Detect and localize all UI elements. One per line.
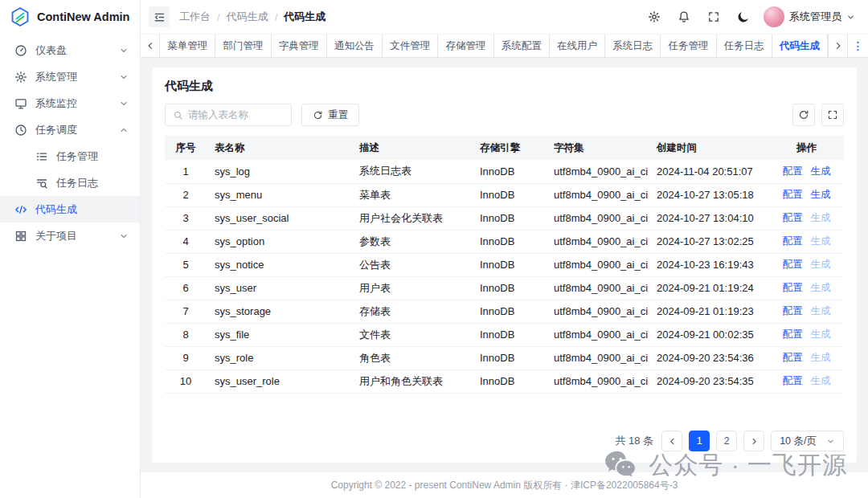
- pagination-pages: 12: [689, 431, 737, 451]
- dashboard-icon: [14, 44, 27, 57]
- reset-button[interactable]: 重置: [301, 104, 359, 126]
- search-icon: [173, 110, 183, 120]
- tab-系统配置[interactable]: 系统配置: [494, 35, 550, 57]
- tables-table: 序号表名称描述存储引擎字符集创建时间操作 1sys_log系统日志表InnoDB…: [165, 136, 844, 394]
- config-link[interactable]: 配置: [783, 282, 803, 293]
- tab-代码生成[interactable]: 代码生成: [772, 35, 828, 57]
- tab-任务日志[interactable]: 任务日志: [717, 35, 772, 57]
- pagination-page-1[interactable]: 1: [689, 431, 710, 451]
- tab-文件管理[interactable]: 文件管理: [383, 35, 438, 57]
- table-row: 3sys_user_social用户社会化关联表InnoDButf8mb4_09…: [165, 206, 844, 230]
- pagination-total: 共 18 条: [615, 434, 653, 448]
- table-name-search[interactable]: [165, 104, 292, 126]
- cell-charset: utf8mb4_0900_ai_ci: [546, 369, 649, 393]
- column-header: 存储引擎: [472, 136, 546, 160]
- cell-created: 2024-11-04 20:51:07: [649, 160, 769, 183]
- config-link[interactable]: 配置: [783, 352, 803, 363]
- cell-actions: 配置生成: [769, 300, 844, 323]
- tab-通知公告[interactable]: 通知公告: [327, 35, 383, 57]
- sidebar-item-task-manage[interactable]: 任务管理: [0, 143, 140, 169]
- tab-部门管理[interactable]: 部门管理: [215, 35, 271, 57]
- tab-字典管理[interactable]: 字典管理: [272, 35, 327, 57]
- generate-link[interactable]: 生成: [811, 189, 831, 200]
- sidebar-item-codegen[interactable]: 代码生成: [0, 196, 140, 222]
- tabs-scroll-right-button[interactable]: [828, 35, 847, 57]
- cell-actions: 配置生成: [769, 323, 844, 346]
- cell-created: 2024-10-27 13:02:25: [649, 230, 769, 253]
- refresh-table-icon[interactable]: [792, 104, 815, 126]
- dark-mode-moon-icon[interactable]: [734, 7, 753, 27]
- generate-link[interactable]: 生成: [811, 375, 831, 386]
- tabs-more-menu-icon[interactable]: ⋮: [847, 35, 868, 57]
- cell-description: 文件表: [351, 323, 472, 346]
- topbar: 工作台/代码生成/代码生成: [141, 0, 868, 34]
- sidebar-item-system[interactable]: 系统管理: [0, 63, 140, 90]
- fullscreen-icon[interactable]: [704, 7, 723, 27]
- sidebar-item-monitor[interactable]: 系统监控: [0, 90, 140, 116]
- sidebar-item-label: 系统监控: [35, 96, 111, 111]
- cell-charset: utf8mb4_0900_ai_ci: [546, 230, 649, 253]
- sidebar-item-dashboard[interactable]: 仪表盘: [0, 37, 140, 63]
- chevron-down-icon: [119, 72, 129, 82]
- page-size-select[interactable]: 10 条/页: [771, 431, 844, 451]
- task-list-icon: [35, 150, 48, 163]
- tab-菜单管理[interactable]: 菜单管理: [160, 35, 215, 57]
- generate-link[interactable]: 生成: [811, 212, 831, 223]
- cell-created: 2024-10-27 13:05:18: [649, 183, 769, 206]
- tab-任务管理[interactable]: 任务管理: [661, 35, 716, 57]
- config-link[interactable]: 配置: [783, 165, 803, 177]
- tab-系统日志[interactable]: 系统日志: [605, 35, 661, 57]
- tab-在线用户[interactable]: 在线用户: [550, 35, 605, 57]
- generate-link[interactable]: 生成: [811, 352, 831, 363]
- config-link[interactable]: 配置: [783, 305, 803, 316]
- cell-no: 9: [165, 346, 207, 369]
- notifications-bell-icon[interactable]: [674, 7, 694, 27]
- column-header: 操作: [769, 136, 844, 160]
- config-link[interactable]: 配置: [783, 259, 803, 270]
- cell-table-name: sys_storage: [207, 300, 351, 323]
- sidebar-item-schedule[interactable]: 任务调度: [0, 116, 140, 143]
- cell-description: 用户表: [351, 276, 472, 300]
- column-header: 表名称: [207, 136, 351, 160]
- chevron-down-icon: [826, 437, 835, 446]
- config-link[interactable]: 配置: [783, 189, 803, 200]
- generate-link[interactable]: 生成: [811, 282, 831, 293]
- breadcrumb: 工作台/代码生成/代码生成: [179, 10, 326, 24]
- cell-engine: InnoDB: [472, 369, 546, 393]
- config-link[interactable]: 配置: [783, 212, 803, 223]
- config-link[interactable]: 配置: [783, 375, 803, 386]
- config-link[interactable]: 配置: [783, 329, 803, 340]
- generate-link[interactable]: 生成: [811, 165, 831, 177]
- reset-label: 重置: [328, 108, 348, 122]
- cell-charset: utf8mb4_0900_ai_ci: [546, 276, 649, 300]
- cell-engine: InnoDB: [472, 346, 546, 369]
- breadcrumb-item[interactable]: 工作台: [179, 10, 211, 24]
- pagination-prev-button[interactable]: [661, 431, 682, 451]
- table-fullscreen-icon[interactable]: [821, 104, 844, 126]
- sidebar-item-label: 代码生成: [35, 202, 129, 217]
- cell-table-name: sys_role: [207, 346, 351, 369]
- settings-icon[interactable]: [645, 7, 664, 27]
- app-title: ContiNew Admin: [37, 10, 129, 23]
- app-logo[interactable]: ContiNew Admin: [0, 0, 140, 34]
- search-input[interactable]: [188, 109, 284, 120]
- config-link[interactable]: 配置: [783, 235, 803, 247]
- codegen-card: 代码生成 重置: [152, 67, 857, 463]
- pagination-page-2[interactable]: 2: [716, 431, 737, 451]
- generate-link[interactable]: 生成: [811, 259, 831, 270]
- generate-link[interactable]: 生成: [811, 305, 831, 316]
- cell-table-name: sys_user: [207, 276, 351, 300]
- tabs-scroll-left-button[interactable]: [141, 35, 160, 57]
- sidebar-item-task-log[interactable]: 任务日志: [0, 169, 140, 196]
- tab-存储管理[interactable]: 存储管理: [438, 35, 493, 57]
- pagination-next-button[interactable]: [743, 431, 764, 451]
- cell-actions: 配置生成: [769, 183, 844, 206]
- generate-link[interactable]: 生成: [811, 329, 831, 340]
- column-header: 字符集: [546, 136, 649, 160]
- generate-link[interactable]: 生成: [811, 235, 831, 247]
- sidebar-collapse-button[interactable]: [149, 6, 170, 27]
- user-menu[interactable]: 系统管理员: [764, 6, 855, 27]
- sidebar-item-label: 仪表盘: [35, 43, 111, 58]
- breadcrumb-item[interactable]: 代码生成: [227, 10, 268, 24]
- sidebar-item-about[interactable]: 关于项目: [0, 222, 140, 249]
